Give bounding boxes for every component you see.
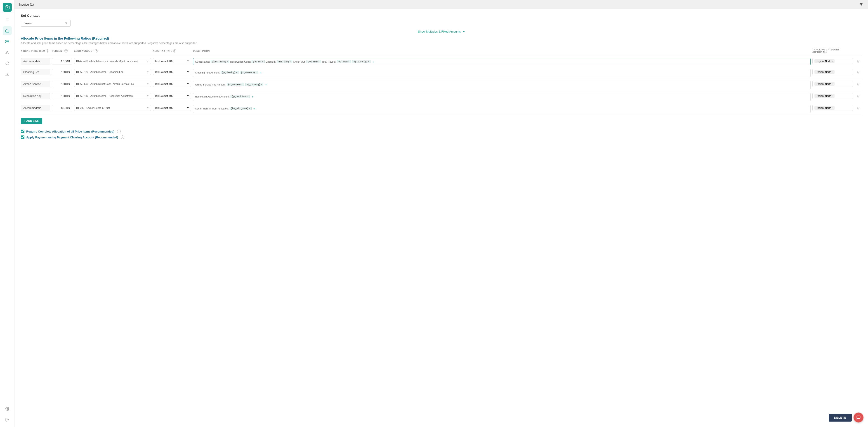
row2-desc-plus-icon[interactable]: +: [260, 70, 262, 74]
row1-tag-rp-currency: {rp_currency} ×: [352, 60, 370, 63]
row5-percent[interactable]: 80.00%: [52, 105, 72, 111]
row4-percent[interactable]: 100.0%: [52, 93, 72, 99]
sidebar-item-settings[interactable]: [3, 404, 12, 414]
row2-delete-icon[interactable]: [855, 69, 862, 73]
row1-account[interactable]: BT-AB-410 - Airbnb Income - Property Mgm…: [74, 58, 151, 64]
row1-tracking-remove-icon[interactable]: ×: [832, 60, 833, 62]
row5-description[interactable]: Owner Rent in Trust Allocated: {line_all…: [193, 105, 811, 113]
row1-description[interactable]: Guest Name: {guest_name} × Reservation C…: [193, 58, 811, 65]
row1-tag-guest-name-remove-icon[interactable]: ×: [227, 60, 228, 63]
row2-tracking-remove-icon[interactable]: ×: [832, 71, 833, 73]
row1-account-arrow-icon: ▼: [147, 60, 149, 62]
show-multiples-link[interactable]: Show Multiples & Fixed Amounts ▼: [21, 27, 862, 36]
chat-button[interactable]: [854, 413, 864, 423]
sidebar-item-download[interactable]: [3, 70, 12, 79]
svg-point-13: [6, 408, 8, 409]
row3-delete-icon[interactable]: [855, 81, 862, 86]
delete-button[interactable]: DELETE: [829, 414, 852, 422]
row5-desc-plus-icon[interactable]: +: [253, 106, 255, 110]
row3-tracking-remove-icon[interactable]: ×: [832, 83, 833, 85]
contact-selected-value: Jason: [24, 22, 32, 25]
topbar-close-icon[interactable]: ▼: [859, 2, 864, 7]
row5-tracking-tag: Region: North ×: [814, 106, 835, 110]
sidebar-logo[interactable]: [3, 3, 12, 12]
contact-dropdown-arrow-icon: ▼: [65, 22, 68, 25]
row4-tag-rp-resolution-remove-icon[interactable]: ×: [247, 95, 248, 98]
row4-delete-icon[interactable]: [855, 93, 862, 97]
sidebar-item-menu[interactable]: [3, 16, 12, 24]
row3-account-arrow-icon: ▼: [147, 83, 149, 85]
row1-tracking[interactable]: Region: North ×: [812, 58, 853, 64]
row1-delete-icon[interactable]: [855, 58, 862, 63]
row5-tracking[interactable]: Region: North ×: [812, 105, 853, 111]
help-airbnb-price-item-icon[interactable]: ?: [46, 49, 49, 53]
row1-tag-rp-currency-remove-icon[interactable]: ×: [368, 60, 369, 63]
allocate-section: Allocate Price Items in the Following Ra…: [21, 36, 862, 124]
row2-tag-rp-currency-remove-icon[interactable]: ×: [255, 71, 257, 74]
row1-tag-res-cd: {res_cd} ×: [252, 60, 265, 63]
row4-desc-plus-icon[interactable]: +: [252, 95, 254, 98]
sidebar-item-network[interactable]: [3, 48, 12, 57]
row3-desc-plus-icon[interactable]: +: [265, 83, 267, 86]
row5-account[interactable]: BT-200 - Owner Rents in Trust ▼: [74, 105, 151, 111]
row3-tag-rp-servfee-remove-icon[interactable]: ×: [241, 83, 243, 86]
svg-line-11: [7, 52, 8, 53]
checkbox-apply-payment-label: Apply Payment using Payment Clearing Acc…: [26, 136, 118, 139]
row4-tracking[interactable]: Region: North ×: [812, 93, 853, 99]
row5-account-arrow-icon: ▼: [147, 107, 149, 109]
row2-tag-rp-currency: {rp_currency} ×: [240, 71, 258, 74]
sidebar-item-bed[interactable]: [3, 37, 12, 46]
row1-tag-rp-total-remove-icon[interactable]: ×: [348, 60, 350, 63]
set-contact-section: Set Contact Jason ▼: [21, 13, 862, 27]
help-xero-account-icon[interactable]: ?: [95, 49, 98, 53]
row2-tag-rp-cleaning-remove-icon[interactable]: ×: [236, 71, 237, 74]
row1-desc-res-label: Reservation Code:: [230, 60, 251, 63]
row5-item: Accommodatio: [21, 105, 50, 111]
help-require-allocation-icon[interactable]: ?: [117, 130, 121, 133]
row5-tracking-remove-icon[interactable]: ×: [832, 107, 833, 109]
th-percent: PERCENT ?: [52, 49, 72, 53]
row1-desc-plus-icon[interactable]: +: [372, 60, 374, 64]
row3-account[interactable]: BT-AB-500 - Airbnb Direct Cost - Airbnb …: [74, 81, 151, 87]
row1-item: Accommodatio: [21, 58, 50, 64]
row2-tracking[interactable]: Region: North ×: [812, 69, 853, 75]
row1-tag-res-start-remove-icon[interactable]: ×: [289, 60, 291, 63]
checkbox-apply-payment[interactable]: [21, 135, 24, 139]
checkbox-require-allocation-label: Require Complete Allocation of all Price…: [26, 130, 114, 133]
contact-dropdown[interactable]: Jason ▼: [21, 20, 70, 27]
row3-description[interactable]: Airbnb Service Fee Amount: {rp_servfee} …: [193, 81, 811, 89]
row5-tax-rate[interactable]: Tax Exempt (0% ▼: [153, 105, 191, 111]
row1-tracking-tag: Region: North ×: [814, 59, 835, 63]
row4-tax-rate[interactable]: Tax Exempt (0% ▼: [153, 93, 191, 99]
sidebar-item-refresh[interactable]: [3, 59, 12, 68]
row2-account[interactable]: BT-AB-420 - Airbnb Income - Cleaning Fee…: [74, 69, 151, 75]
row1-tag-res-cd-remove-icon[interactable]: ×: [262, 60, 264, 63]
row1-percent[interactable]: 20.00%: [52, 58, 72, 64]
row3-tracking[interactable]: Region: North ×: [812, 81, 853, 87]
checkbox-require-allocation[interactable]: [21, 130, 24, 133]
row4-account[interactable]: BT-AB-430 - Airbnb Income - Resolution A…: [74, 93, 151, 99]
row3-percent[interactable]: 100.0%: [52, 81, 72, 87]
row3-tax-rate[interactable]: Tax Exempt (0% ▼: [153, 81, 191, 87]
row1-tax-rate[interactable]: Tax Exempt (0% ▼: [153, 58, 191, 64]
row2-description[interactable]: Cleaning Fee Amount: {rp_cleaning} × {rp…: [193, 69, 811, 77]
row2-percent[interactable]: 100.0%: [52, 69, 72, 75]
row1-tag-res-end-remove-icon[interactable]: ×: [318, 60, 320, 63]
row4-description[interactable]: Resolution Adjustment Amount: {rp_resolu…: [193, 93, 811, 101]
row2-tax-rate[interactable]: Tax Exempt (0% ▼: [153, 69, 191, 75]
svg-point-8: [6, 53, 6, 54]
sidebar-bottom: [3, 404, 12, 424]
row3-tag-rp-currency-remove-icon[interactable]: ×: [260, 83, 262, 86]
main-content: Invoice (1) ▼ Set Contact Jason ▼ Show M…: [14, 0, 868, 427]
sidebar-item-logout[interactable]: [3, 415, 12, 424]
row5-desc-owner-label: Owner Rent in Trust Allocated:: [195, 107, 229, 110]
row5-tag-line-alloc-amnt-remove-icon[interactable]: ×: [249, 107, 250, 110]
row4-tracking-remove-icon[interactable]: ×: [832, 95, 833, 97]
sidebar-item-box[interactable]: [3, 26, 12, 35]
add-line-button[interactable]: + ADD LINE: [21, 118, 42, 124]
help-apply-payment-icon[interactable]: ?: [121, 135, 124, 139]
row5-delete-icon[interactable]: [855, 105, 862, 110]
row5-tax-arrow-icon: ▼: [187, 106, 189, 109]
help-percent-icon[interactable]: ?: [64, 49, 68, 53]
help-xero-tax-rate-icon[interactable]: ?: [173, 49, 176, 53]
